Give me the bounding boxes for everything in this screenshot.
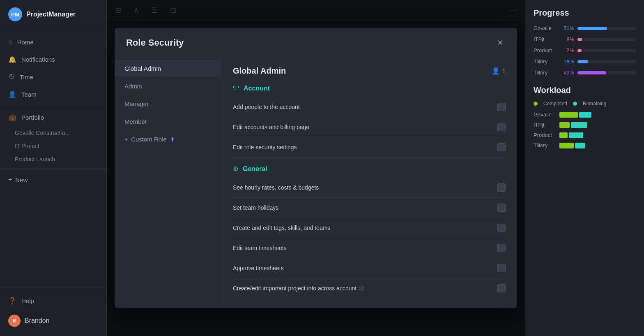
plus-icon: + — [8, 176, 12, 183]
sidebar-item-portfolio[interactable]: 💼 Portfolio — [0, 109, 106, 126]
custom-role-label: Custom Role — [131, 136, 167, 143]
sidebar: PM ProjectManager ⌂ Home 🔔 Notifications… — [0, 0, 107, 336]
permission-checkbox-approve[interactable] — [497, 264, 506, 272]
remaining-bar — [571, 122, 587, 128]
portfolio-sub-product[interactable]: Product Launch — [0, 153, 106, 166]
help-label: Help — [21, 297, 34, 304]
sidebar-item-notifications[interactable]: 🔔 Notifications — [0, 51, 106, 68]
progress-bar — [577, 71, 606, 74]
section-general-header: ⚙ General — [233, 165, 506, 173]
progress-bar-container — [577, 49, 636, 52]
sidebar-item-time[interactable]: ⏱ Time — [0, 68, 106, 86]
remaining-legend-label: Remaining — [583, 101, 606, 107]
close-button[interactable]: ✕ — [494, 37, 506, 49]
permission-label: Create and edit tags, skills, and teams — [233, 225, 330, 231]
remaining-legend-dot — [573, 102, 577, 106]
permission-checkbox-holidays[interactable] — [497, 204, 506, 212]
progress-bar-container — [577, 27, 636, 30]
permission-checkbox-tags[interactable] — [497, 224, 506, 232]
user-name: Brandon — [25, 317, 50, 324]
progress-name: ITPjt — [534, 36, 556, 42]
main-area: ⊞ ∧ ☰ ⊡ ⋯ Role Security ✕ Global Admin A… — [107, 0, 525, 336]
info-icon[interactable]: ⓘ — [359, 285, 364, 292]
permission-checkbox-add-people[interactable] — [497, 103, 506, 111]
workload-title: Workload — [534, 86, 636, 95]
permission-label: Edit team timesheets — [233, 245, 287, 251]
permission-checkbox-edit-role[interactable] — [497, 143, 506, 151]
user-profile[interactable]: B Brandon — [0, 310, 106, 332]
permission-add-people: Add people to the account — [233, 97, 506, 117]
progress-pct: 7% — [559, 47, 574, 53]
sidebar-item-home[interactable]: ⌂ Home — [0, 33, 106, 51]
role-item-admin[interactable]: Admin — [115, 77, 221, 95]
progress-title: Progress — [534, 8, 636, 18]
workload-row: Product — [534, 132, 636, 138]
progress-pct: 8% — [559, 36, 574, 42]
permission-project-info: Create/edit important project info acros… — [233, 278, 506, 298]
help-icon: ❓ — [8, 297, 16, 305]
permission-team-holidays: Set team holidays — [233, 198, 506, 218]
workload-row: ITPjt — [534, 122, 636, 128]
role-item-global-admin[interactable]: Global Admin — [115, 60, 221, 77]
permission-hourly-rates: See hourly rates, costs & budgets — [233, 178, 506, 198]
workload-bars — [559, 122, 587, 128]
workload-bars — [559, 132, 583, 138]
progress-row: Tillery 49% — [534, 70, 636, 76]
sidebar-logo: PM ProjectManager — [0, 0, 106, 29]
role-list: Global Admin Admin Manager Member + Cust… — [115, 56, 221, 308]
modal-header: Role Security ✕ — [115, 28, 517, 56]
new-button[interactable]: + New — [0, 171, 106, 188]
permission-checkbox-project-info[interactable] — [497, 284, 506, 292]
sidebar-item-team[interactable]: 👤 Team — [0, 86, 106, 103]
progress-bar — [577, 27, 607, 30]
sidebar-item-help[interactable]: ❓ Help — [0, 292, 106, 310]
completed-bar — [559, 122, 570, 128]
permission-tags-skills: Create and edit tags, skills, and teams — [233, 218, 506, 238]
permission-label: Edit role security settings — [233, 144, 297, 151]
avatar: B — [8, 315, 21, 327]
shield-icon: 🛡 — [233, 85, 239, 92]
custom-role-item[interactable]: + Custom Role ⬆ — [115, 130, 221, 148]
progress-bar-container — [577, 38, 636, 41]
role-item-member[interactable]: Member — [115, 113, 221, 130]
sidebar-item-label: Notifications — [21, 56, 55, 63]
progress-row: Product 7% — [534, 47, 636, 53]
workload-section: Govalle ITPjt Product Tillery — [534, 111, 636, 148]
permission-label: Create/edit important project info acros… — [233, 285, 364, 292]
progress-bar — [577, 38, 582, 41]
permission-label: Set team holidays — [233, 204, 278, 211]
sidebar-nav: ⌂ Home 🔔 Notifications ⏱ Time 👤 Team 💼 P… — [0, 29, 106, 287]
permission-label: See hourly rates, costs & budgets — [233, 184, 319, 191]
right-sidebar: Progress Govalle 51% ITPjt 8% Product 7%… — [525, 0, 644, 336]
progress-pct: 51% — [559, 25, 574, 31]
role-security-modal: Role Security ✕ Global Admin Admin Manag… — [115, 28, 517, 308]
progress-row: Govalle 51% — [534, 25, 636, 31]
permission-checkbox-edit-billing[interactable] — [497, 123, 506, 131]
modal-overlay: Role Security ✕ Global Admin Admin Manag… — [107, 0, 525, 336]
team-icon: 👤 — [8, 90, 16, 98]
permission-checkbox-timesheets[interactable] — [497, 244, 506, 252]
permission-edit-billing: Edit accounts and billing page — [233, 117, 506, 137]
progress-pct: 49% — [559, 70, 574, 76]
user-count-icon: 👤 — [492, 67, 500, 75]
progress-name: Tillery — [534, 58, 556, 65]
completed-bar — [559, 132, 568, 138]
new-label: New — [15, 176, 28, 183]
completed-bar — [559, 112, 578, 118]
progress-bar — [577, 60, 588, 63]
progress-row: ITPjt 8% — [534, 36, 636, 42]
clock-icon: ⏱ — [8, 73, 15, 81]
portfolio-sub-govalle[interactable]: Govalle Constructio... — [0, 126, 106, 139]
workload-row: Govalle — [534, 111, 636, 118]
progress-row: Tillery 18% — [534, 58, 636, 65]
sidebar-bottom: ❓ Help B Brandon — [0, 287, 106, 336]
permission-checkbox-hourly[interactable] — [497, 183, 506, 192]
portfolio-sub-itproject[interactable]: IT Project — [0, 139, 106, 153]
section-general-title: General — [243, 165, 267, 173]
bell-icon: 🔔 — [8, 56, 16, 63]
progress-name: Govalle — [534, 25, 556, 31]
progress-bar — [577, 49, 582, 52]
progress-name: Product — [534, 47, 556, 53]
remaining-bar — [575, 143, 585, 148]
role-item-manager[interactable]: Manager — [115, 95, 221, 113]
